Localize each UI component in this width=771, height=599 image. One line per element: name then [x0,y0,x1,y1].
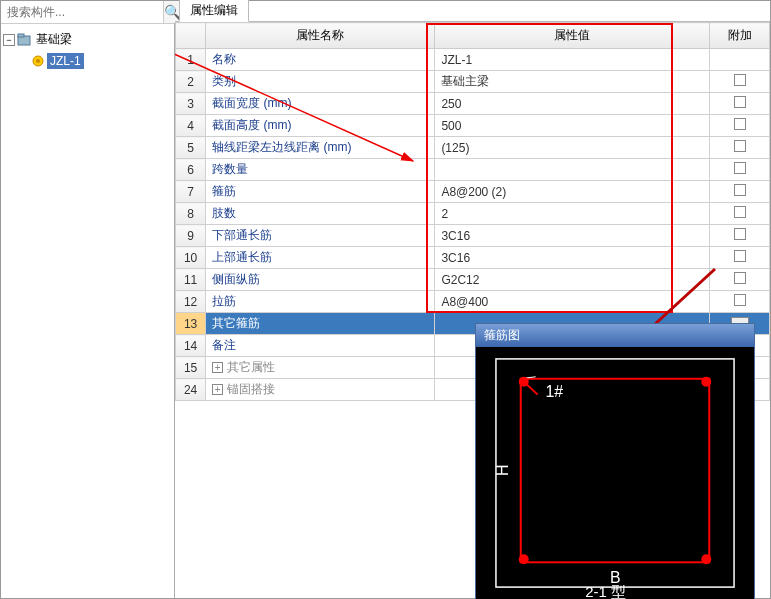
property-name-cell: 截面高度 (mm) [206,115,435,137]
row-number: 15 [176,357,206,379]
component-tree: − 基础梁 JZL-1 [1,24,174,598]
property-value-cell[interactable]: 3C16 [435,247,710,269]
property-value-cell[interactable]: 2 [435,203,710,225]
row-number: 3 [176,93,206,115]
property-value-cell[interactable]: A8@400 [435,291,710,313]
checkbox[interactable] [734,74,746,86]
table-row[interactable]: 8肢数2 [176,203,770,225]
property-name: 下部通长筋 [212,228,272,242]
property-name: 其它箍筋 [212,316,260,330]
collapse-icon[interactable]: − [3,34,15,46]
tab-property-edit[interactable]: 属性编辑 [179,0,249,22]
checkbox[interactable] [734,206,746,218]
checkbox[interactable] [734,140,746,152]
table-row[interactable]: 11侧面纵筋G2C12 [176,269,770,291]
additional-cell [710,247,770,269]
property-name: 截面高度 (mm) [212,118,291,132]
table-row[interactable]: 3截面宽度 (mm)250 [176,93,770,115]
table-row[interactable]: 5轴线距梁左边线距离 (mm) (125) [176,137,770,159]
checkbox[interactable] [734,118,746,130]
property-name-cell: 箍筋 [206,181,435,203]
tree-child-row[interactable]: JZL-1 [31,51,172,71]
property-name-cell: 跨数量 [206,159,435,181]
row-number: 13 [176,313,206,335]
property-value-cell[interactable]: JZL-1 [435,49,710,71]
search-input[interactable] [1,1,163,23]
tree-root-row[interactable]: − 基础梁 [3,28,172,51]
additional-cell [710,269,770,291]
header-value: 属性值 [435,23,710,49]
table-row[interactable]: 1名称JZL-1 [176,49,770,71]
property-name: 上部通长筋 [212,250,272,264]
property-name-cell: 截面宽度 (mm) [206,93,435,115]
property-name: 跨数量 [212,162,248,176]
property-value-cell[interactable] [435,159,710,181]
folder-icon [17,33,31,47]
component-icon [31,54,45,68]
row-number: 7 [176,181,206,203]
property-name: 轴线距梁左边线距离 (mm) [212,140,351,154]
stirrup-label-1: 1# [546,383,564,400]
row-number: 1 [176,49,206,71]
expand-icon[interactable]: + [212,384,223,395]
svg-rect-1 [18,34,24,37]
property-name: 类别 [212,74,236,88]
table-row[interactable]: 10上部通长筋3C16 [176,247,770,269]
property-name-cell: 其它箍筋 [206,313,435,335]
property-name-cell: 名称 [206,49,435,71]
header-name: 属性名称 [206,23,435,49]
additional-cell [710,225,770,247]
checkbox[interactable] [734,294,746,306]
property-value-cell[interactable]: (125) [435,137,710,159]
checkbox[interactable] [734,162,746,174]
property-name-cell: 侧面纵筋 [206,269,435,291]
table-row[interactable]: 7箍筋A8@200 (2) [176,181,770,203]
row-number: 9 [176,225,206,247]
checkbox[interactable] [734,184,746,196]
table-row[interactable]: 2类别基础主梁 [176,71,770,93]
property-value-cell[interactable]: 500 [435,115,710,137]
property-name: 箍筋 [212,184,236,198]
property-name-cell: +锚固搭接 [206,379,435,401]
property-value-cell[interactable]: 250 [435,93,710,115]
row-number: 2 [176,71,206,93]
property-name-cell: +其它属性 [206,357,435,379]
checkbox[interactable] [734,272,746,284]
header-add: 附加 [710,23,770,49]
tree-root-label: 基础梁 [33,30,75,49]
expand-icon[interactable]: + [212,362,223,373]
property-name: 锚固搭接 [227,382,275,396]
additional-cell [710,159,770,181]
table-row[interactable]: 12拉筋A8@400 [176,291,770,313]
checkbox[interactable] [734,250,746,262]
table-row[interactable]: 4截面高度 (mm)500 [176,115,770,137]
tree-child-label: JZL-1 [47,53,84,69]
additional-cell [710,93,770,115]
stirrup-svg: 1# H B 2-1 型 [476,347,754,599]
property-name: 其它属性 [227,360,275,374]
additional-cell [710,291,770,313]
property-value-cell[interactable]: A8@200 (2) [435,181,710,203]
checkbox[interactable] [734,228,746,240]
property-value-cell[interactable]: 基础主梁 [435,71,710,93]
checkbox[interactable] [734,96,746,108]
table-row[interactable]: 9下部通长筋3C16 [176,225,770,247]
property-name: 肢数 [212,206,236,220]
row-number: 11 [176,269,206,291]
property-name: 截面宽度 (mm) [212,96,291,110]
row-number: 5 [176,137,206,159]
row-number: 24 [176,379,206,401]
stirrup-title: 箍筋图 [476,324,754,347]
property-name-cell: 备注 [206,335,435,357]
table-row[interactable]: 6跨数量 [176,159,770,181]
property-value-cell[interactable]: 3C16 [435,225,710,247]
additional-cell [710,203,770,225]
stirrup-body: 1# H B 2-1 型 [476,347,754,599]
property-name-cell: 肢数 [206,203,435,225]
svg-point-3 [36,59,40,63]
property-name: 备注 [212,338,236,352]
row-number: 8 [176,203,206,225]
property-name: 名称 [212,52,236,66]
property-name-cell: 拉筋 [206,291,435,313]
property-value-cell[interactable]: G2C12 [435,269,710,291]
